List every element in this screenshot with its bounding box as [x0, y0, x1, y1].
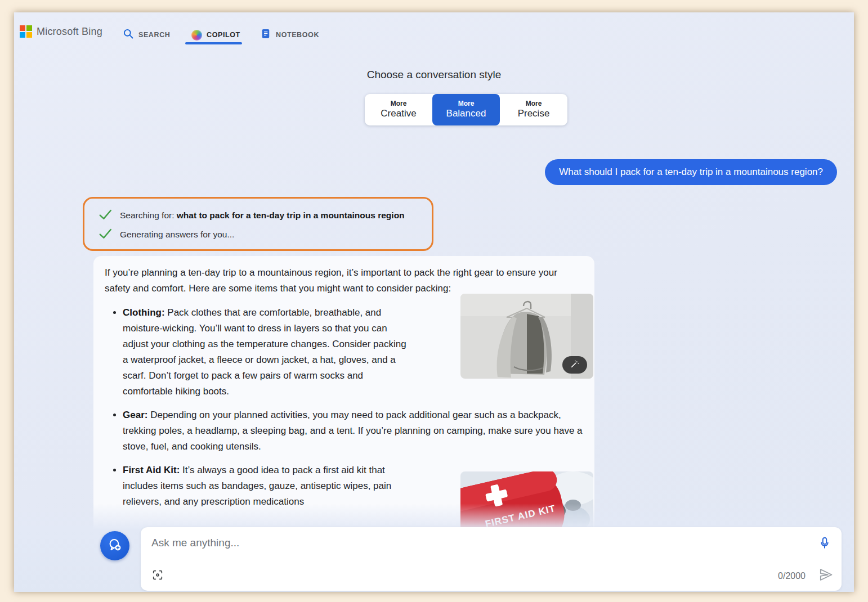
- jacket-photo[interactable]: [460, 294, 593, 379]
- character-counter: 0/2000: [778, 571, 806, 581]
- style-option-balanced[interactable]: More Balanced: [432, 94, 500, 125]
- screenshot-frame: { "header": { "brand": "Microsoft Bing",…: [0, 0, 868, 602]
- style-option-precise[interactable]: More Precise: [500, 94, 567, 125]
- notebook-icon: [260, 28, 271, 42]
- image-edit-button[interactable]: [562, 356, 587, 374]
- chat-input-box[interactable]: Ask me anything... 0/2000: [141, 527, 842, 591]
- conversation-style-toggle: More Creative More Balanced More Precise: [365, 94, 567, 125]
- tab-search-label: SEARCH: [138, 31, 170, 39]
- status-searching-row: Searching for: what to pack for a ten-da…: [98, 206, 432, 225]
- magic-wand-icon: [570, 359, 580, 371]
- user-message-text: What should I pack for a ten-day trip in…: [559, 167, 823, 178]
- microsoft-logo-icon[interactable]: [20, 25, 32, 38]
- new-topic-button[interactable]: [100, 531, 129, 560]
- copilot-icon: [191, 30, 202, 41]
- copilot-answer-card: If you’re planning a ten-day trip to a m…: [93, 256, 594, 537]
- status-highlight-box: Searching for: what to pack for a ten-da…: [83, 197, 433, 251]
- chat-bubble-plus-icon: [108, 537, 122, 554]
- user-message-bubble: What should I pack for a ten-day trip in…: [545, 159, 837, 185]
- visual-search-icon[interactable]: [151, 569, 164, 583]
- active-tab-underline: [185, 42, 242, 44]
- answer-bullet-clothing: Clothing: Pack clothes that are comforta…: [123, 305, 407, 399]
- tab-search[interactable]: SEARCH: [123, 28, 170, 42]
- tab-notebook[interactable]: NOTEBOOK: [260, 28, 319, 42]
- answer-bullet-first-aid: First Aid Kit: It’s always a good idea t…: [123, 462, 407, 510]
- brand-title: Microsoft Bing: [37, 26, 102, 38]
- check-icon: [98, 226, 113, 243]
- status-searching-text: Searching for: what to pack for a ten-da…: [120, 210, 405, 221]
- search-icon: [123, 28, 134, 42]
- tab-copilot-label: COPILOT: [207, 31, 240, 39]
- tab-copilot[interactable]: COPILOT: [191, 28, 240, 42]
- tab-notebook-label: NOTEBOOK: [276, 31, 319, 39]
- status-generating-text: Generating answers for you...: [120, 230, 234, 240]
- send-icon[interactable]: [818, 567, 834, 585]
- style-option-creative[interactable]: More Creative: [365, 94, 432, 125]
- answer-bullet-gear: Gear: Depending on your planned activiti…: [123, 407, 590, 455]
- answer-intro: If you’re planning a ten-day trip to a m…: [105, 265, 584, 296]
- bing-app-window: Microsoft Bing SEARCH COPILOT NOTEBOOK C…: [14, 12, 854, 592]
- conversation-style-title: Choose a conversation style: [14, 69, 854, 81]
- status-generating-row: Generating answers for you...: [98, 225, 432, 244]
- chat-input-placeholder[interactable]: Ask me anything...: [151, 537, 239, 549]
- microphone-icon[interactable]: [817, 536, 832, 552]
- check-icon: [98, 207, 113, 224]
